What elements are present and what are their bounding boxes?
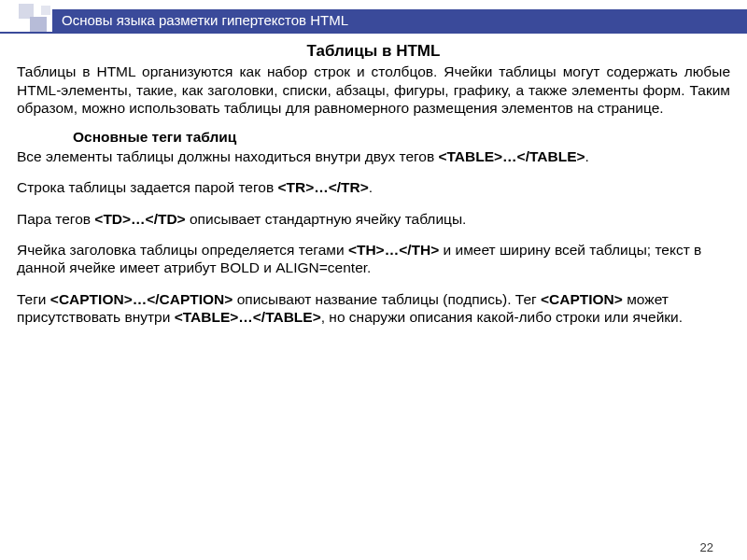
tag-td: <TD>…</TD> (94, 211, 185, 227)
sub-heading: Основные теги таблиц (73, 128, 730, 146)
page-number: 22 (700, 540, 713, 554)
slide-content: Таблицы в HTML Таблицы в HTML организуют… (17, 41, 730, 551)
tag-table: <TABLE>…</TABLE> (438, 148, 585, 164)
slide-title-bar: Основы языка разметки гипертекстов HTML (52, 9, 747, 32)
tag-caption-open: <CAPTION> (541, 291, 623, 307)
paragraph-caption-tag: Теги <CAPTION>…</CAPTION> описывают назв… (17, 290, 730, 327)
slide-decor: Основы языка разметки гипертекстов HTML (0, 0, 747, 39)
text: Ячейка заголовка таблицы определяется те… (17, 242, 348, 258)
text: , но снаружи описания какой-либо строки … (321, 309, 683, 325)
text: Строка таблицы задается парой тегов (17, 179, 277, 195)
paragraph-tr-tag: Строка таблицы задается парой тегов <TR>… (17, 178, 730, 196)
paragraph-table-tag: Все элементы таблицы должны находиться в… (17, 147, 730, 165)
tag-th: <TH>…</TH> (348, 242, 439, 258)
text: . (585, 148, 589, 164)
title-underline (0, 32, 747, 34)
text: описывает стандартную ячейку таблицы. (186, 211, 467, 227)
intro-paragraph: Таблицы в HTML организуются как набор ст… (17, 63, 730, 117)
text: Теги (17, 291, 50, 307)
text: Все элементы таблицы должны находиться в… (17, 148, 438, 164)
tag-tr: <TR>…</TR> (277, 179, 368, 195)
main-heading: Таблицы в HTML (17, 41, 730, 61)
decor-square (41, 6, 50, 15)
text: . (369, 179, 373, 195)
text: описывают название таблицы (подпись). Те… (233, 291, 541, 307)
tag-table: <TABLE>…</TABLE> (175, 309, 321, 325)
tag-caption: <CAPTION>…</CAPTION> (50, 291, 233, 307)
paragraph-th-tag: Ячейка заголовка таблицы определяется те… (17, 241, 730, 277)
text: Пара тегов (17, 211, 94, 227)
paragraph-td-tag: Пара тегов <TD>…</TD> описывает стандарт… (17, 210, 730, 228)
